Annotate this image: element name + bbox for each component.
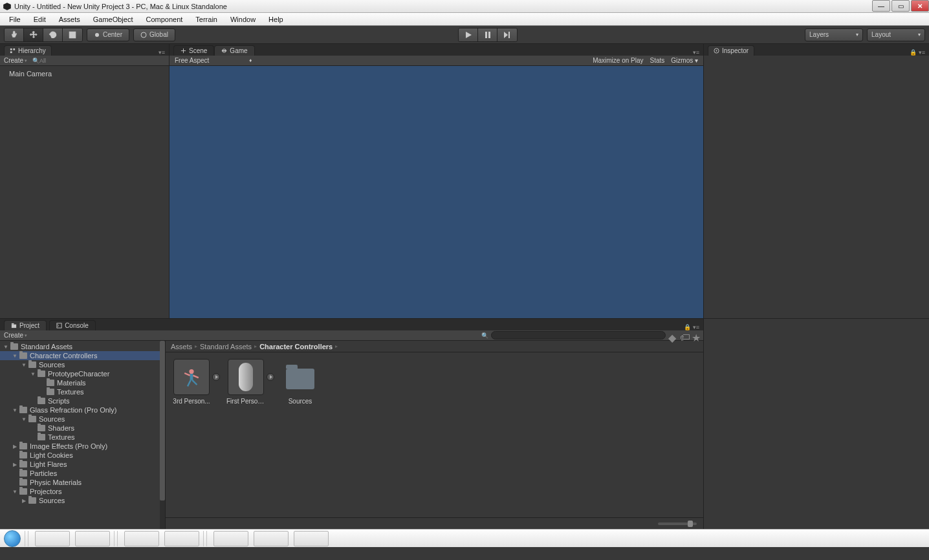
tree-folder-item[interactable]: Physic Materials [0,478,165,487]
breadcrumb-segment[interactable]: Assets [171,343,192,350]
tree-folder-item[interactable]: Light Cookies [0,451,165,460]
stats-toggle[interactable]: Stats [650,57,665,64]
svg-rect-17 [12,323,14,325]
transform-tools [4,28,83,42]
project-create-label: Create [4,332,23,339]
taskbar-item[interactable] [213,531,248,546]
taskbar-item[interactable] [164,531,199,546]
tree-scrollbar[interactable] [160,341,165,529]
hierarchy-panel: Hierarchy ▾≡ Create▾ 🔍All Main Camera [0,44,169,318]
panel-options[interactable]: 🔒 ▾≡ [684,324,703,330]
svg-marker-0 [3,3,11,10]
close-button[interactable]: ✕ [911,0,929,12]
svg-rect-16 [12,325,16,328]
svg-marker-4 [466,32,472,38]
minimize-button[interactable]: — [872,0,890,12]
hand-tool[interactable] [5,28,24,41]
menu-terrain[interactable]: Terrain [189,14,224,25]
tab-scene[interactable]: Scene [173,45,214,56]
breadcrumb-current[interactable]: Character Controllers [259,343,333,350]
tree-folder-item[interactable]: Shaders [0,424,165,433]
filter-type-icon[interactable]: ◆ [668,332,676,339]
taskbar-item[interactable] [294,531,329,546]
panel-options[interactable]: ▾≡ [693,49,703,56]
maximize-on-play[interactable]: Maximize on Play [593,57,643,64]
aspect-label: Free Aspect [175,57,209,64]
asset-item[interactable]: First Person... [226,359,265,405]
tree-folder-item[interactable]: ▼Sources [0,360,165,369]
tree-folder-item[interactable]: Materials [0,378,165,387]
thumbnail-size-slider[interactable] [658,522,697,525]
menu-edit[interactable]: Edit [27,14,52,25]
tree-folder-item[interactable]: ▼Standard Assets [0,342,165,351]
menu-gameobject[interactable]: GameObject [87,14,140,25]
tree-folder-item[interactable]: Particles [0,469,165,478]
breadcrumb-segment[interactable]: Standard Assets [200,343,252,350]
inspector-panel-lower [704,319,929,529]
tab-inspector[interactable]: Inspector [708,45,754,56]
tree-folder-item[interactable]: ▼Sources [0,415,165,424]
tree-folder-item[interactable]: ▼Glass Refraction (Pro Only) [0,405,165,415]
panel-options[interactable]: ▾≡ [158,49,169,56]
taskbar-item[interactable] [124,531,159,546]
play-button[interactable] [459,28,478,41]
asset-play-icon[interactable] [267,373,274,381]
svg-rect-11 [10,51,12,53]
tree-folder-item[interactable]: ▶Image Effects (Pro Only) [0,442,165,451]
pause-button[interactable] [478,28,497,41]
scale-tool[interactable] [63,28,82,41]
move-tool[interactable] [24,28,43,41]
pivot-toggle[interactable]: Center [87,28,129,41]
hierarchy-item[interactable]: Main Camera [0,69,169,79]
menu-component[interactable]: Component [139,14,189,25]
hierarchy-create[interactable]: Create▾ [4,57,27,64]
game-viewport[interactable] [169,66,703,318]
gizmos-toggle[interactable]: Gizmos ▾ [671,57,698,64]
tree-folder-item[interactable]: ▼Projectors [0,487,165,496]
layers-dropdown[interactable]: Layers▾ [805,28,863,41]
step-button[interactable] [497,28,517,41]
scene-tab-label: Scene [189,47,207,54]
menu-help[interactable]: Help [262,14,290,25]
tree-folder-item[interactable]: ▶Light Flares [0,460,165,469]
menu-assets[interactable]: Assets [52,14,87,25]
tree-folder-item[interactable]: Textures [0,387,165,396]
taskbar-item[interactable] [75,531,110,546]
titlebar: Unity - Untitled - New Unity Project 3 -… [0,0,929,13]
aspect-dropdown[interactable]: Free Aspect♦ [175,57,252,64]
filter-label-icon[interactable]: 🏷 [680,332,688,339]
project-search-input[interactable] [491,331,666,339]
maximize-button[interactable]: ▭ [891,0,910,12]
taskbar-item[interactable] [35,531,70,546]
project-create[interactable]: Create▾ [4,332,27,339]
layout-dropdown[interactable]: Layout▾ [867,28,925,41]
tree-folder-item[interactable]: Scripts [0,396,165,405]
tree-folder-item[interactable]: ▶Sources [0,496,165,505]
asset-play-icon[interactable] [212,373,220,381]
tree-folder-item[interactable]: ▼Character Controllers [0,351,165,360]
taskbar-item[interactable] [254,531,289,546]
menu-window[interactable]: Window [224,14,262,25]
start-button[interactable] [4,530,21,547]
panel-options[interactable]: 🔒 ▾≡ [910,49,929,56]
svg-line-21 [184,373,190,376]
tab-game[interactable]: Game [214,45,254,56]
asset-item[interactable]: 3rd Person... [172,359,211,405]
svg-point-3 [141,32,146,38]
handle-label: Global [149,31,168,38]
handle-toggle[interactable]: Global [133,28,175,41]
inspector-tab-label: Inspector [722,47,749,54]
menu-file[interactable]: File [3,14,27,25]
project-panel: Project Console 🔒 ▾≡ Create▾ 🔍 ◆ 🏷 ★ ▼St… [0,319,704,529]
hierarchy-search[interactable]: 🔍All [32,58,165,64]
svg-point-19 [189,369,193,374]
tab-project[interactable]: Project [4,320,47,330]
rotate-tool[interactable] [43,28,63,41]
tab-console[interactable]: Console [49,320,96,330]
tab-hierarchy[interactable]: Hierarchy [4,45,52,56]
favorite-icon[interactable]: ★ [692,332,699,339]
tree-folder-item[interactable]: ▼PrototypeCharacter [0,369,165,378]
asset-item[interactable]: Sources [281,359,320,405]
tree-folder-item[interactable]: Textures [0,433,165,442]
windows-taskbar [0,529,929,547]
